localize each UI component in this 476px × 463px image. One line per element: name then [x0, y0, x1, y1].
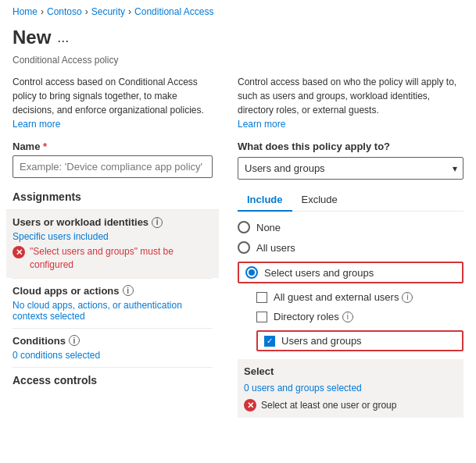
users-error-row: ✕ "Select users and groups" must be conf…: [13, 245, 213, 272]
radio-select-users-label: Select users and groups: [264, 267, 374, 279]
checkbox-guest-users[interactable]: All guest and external users i: [256, 291, 463, 303]
radio-all-users-button[interactable]: [238, 241, 250, 254]
select-error-row: ✕ Select at least one user or group: [244, 398, 457, 411]
policy-dropdown[interactable]: Users and groups Workload identities: [238, 157, 463, 180]
checkbox-guest-users-label: All guest and external users i: [274, 291, 413, 303]
guest-users-info-icon[interactable]: i: [402, 292, 413, 303]
select-error-text: Select at least one user or group: [261, 400, 396, 411]
checkbox-options-group: All guest and external users i Directory…: [256, 291, 463, 322]
conditions-item[interactable]: Conditions i 0 conditions selected: [13, 328, 213, 367]
select-error-icon: ✕: [244, 399, 256, 411]
breadcrumb-contoso[interactable]: Contoso: [47, 6, 82, 17]
radio-select-users-button[interactable]: [245, 266, 258, 279]
directory-roles-info-icon[interactable]: i: [342, 312, 353, 322]
checkbox-directory-roles-box[interactable]: [256, 312, 267, 322]
users-workload-item[interactable]: Users or workload identities i Specific …: [6, 209, 219, 278]
left-panel: Control access based on Conditional Acce…: [13, 75, 231, 418]
radio-all-users-label: All users: [256, 242, 295, 254]
policy-question: What does this policy apply to?: [238, 141, 463, 152]
page-title-area: New ...: [0, 23, 476, 55]
left-learn-more-link[interactable]: Learn more: [13, 119, 60, 130]
tab-exclude[interactable]: Exclude: [292, 189, 347, 212]
page-title: New: [13, 27, 51, 48]
required-marker: *: [40, 141, 47, 152]
name-input[interactable]: [13, 155, 213, 178]
cloud-apps-sub-text: No cloud apps, actions, or authenticatio…: [13, 300, 213, 322]
tab-include[interactable]: Include: [238, 189, 292, 212]
right-description: Control access based on who the policy w…: [238, 75, 463, 131]
radio-none-label: None: [256, 222, 281, 233]
radio-none-button[interactable]: [238, 221, 250, 233]
users-sub-text: Specific users included: [13, 231, 213, 242]
cloud-apps-info-icon[interactable]: i: [123, 285, 134, 296]
name-label: Name *: [13, 141, 213, 152]
users-info-icon[interactable]: i: [152, 217, 163, 228]
ellipsis-menu-button[interactable]: ...: [57, 30, 69, 46]
checkbox-directory-roles[interactable]: Directory roles i: [256, 311, 463, 322]
page-subtitle: Conditional Access policy: [0, 55, 476, 75]
breadcrumb-home[interactable]: Home: [13, 6, 38, 17]
left-description: Control access based on Conditional Acce…: [13, 75, 213, 131]
access-controls-item[interactable]: Access controls: [13, 367, 213, 399]
right-panel: Control access based on who the policy w…: [231, 75, 463, 418]
cloud-apps-title: Cloud apps or actions: [13, 285, 120, 297]
breadcrumb: Home › Contoso › Security › Conditional …: [0, 0, 476, 23]
radio-none[interactable]: None: [238, 221, 463, 233]
conditions-title: Conditions: [13, 335, 66, 347]
select-section: Select 0 users and groups selected ✕ Sel…: [238, 359, 463, 418]
checkbox-users-groups-check[interactable]: [264, 336, 275, 347]
checkbox-users-groups-label: Users and groups: [281, 335, 362, 347]
users-error-text: "Select users and groups" must be config…: [30, 245, 213, 272]
right-learn-more-link[interactable]: Learn more: [238, 119, 285, 130]
include-exclude-tabs: Include Exclude: [238, 189, 463, 212]
users-workload-title: Users or workload identities: [13, 216, 149, 228]
conditions-info-icon[interactable]: i: [69, 335, 80, 346]
users-error-icon: ✕: [13, 246, 25, 258]
breadcrumb-security[interactable]: Security: [91, 6, 125, 17]
checkbox-directory-roles-label: Directory roles i: [274, 311, 353, 322]
breadcrumb-conditional-access[interactable]: Conditional Access: [134, 6, 213, 17]
access-controls-title: Access controls: [13, 374, 213, 386]
assignments-title: Assignments: [13, 191, 213, 203]
conditions-sub-text: 0 conditions selected: [13, 350, 213, 361]
checkbox-users-groups-box[interactable]: Users and groups: [256, 330, 463, 351]
radio-select-users-box[interactable]: Select users and groups: [238, 262, 463, 283]
cloud-apps-item[interactable]: Cloud apps or actions i No cloud apps, a…: [13, 278, 213, 328]
select-section-title: Select: [244, 365, 457, 377]
radio-all-users[interactable]: All users: [238, 241, 463, 254]
policy-dropdown-wrapper[interactable]: Users and groups Workload identities ▾: [238, 157, 463, 180]
users-groups-selected-link[interactable]: 0 users and groups selected: [244, 383, 362, 394]
checkbox-guest-users-box[interactable]: [256, 292, 267, 303]
